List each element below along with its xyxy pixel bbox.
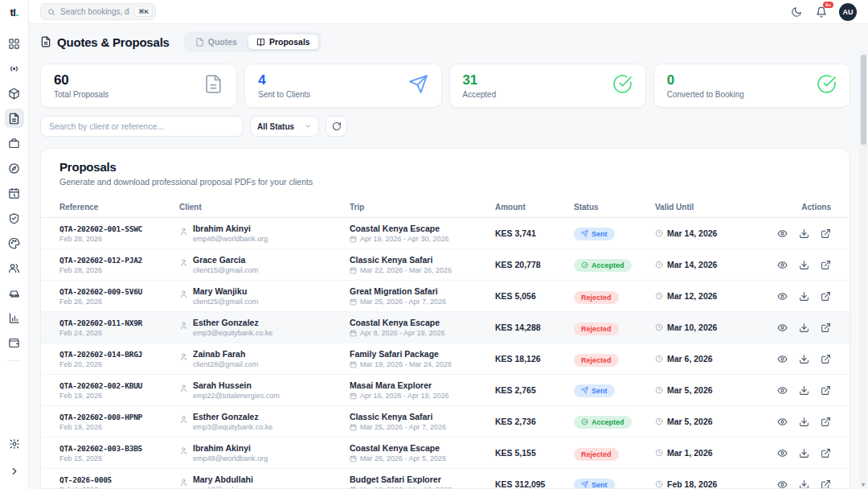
status-cell: Accepted	[574, 414, 655, 429]
view-button[interactable]	[776, 259, 788, 270]
settings-icon[interactable]	[5, 434, 24, 454]
view-button[interactable]	[776, 353, 788, 364]
view-button[interactable]	[776, 384, 788, 396]
client-email: client25@gmail.com	[193, 298, 258, 306]
actions-cell	[776, 353, 831, 364]
open-external-button[interactable]	[820, 447, 831, 458]
table-row[interactable]: QTA-202602-008-HPNP Feb 19, 2026 Esther …	[41, 406, 850, 438]
download-button[interactable]	[798, 259, 809, 270]
table-row[interactable]: QTA-202602-002-KBUU Feb 19, 2026 Sarah H…	[41, 375, 850, 406]
download-icon	[799, 354, 809, 364]
user-avatar[interactable]: AU	[839, 3, 857, 21]
scrollbar-thumb[interactable]	[861, 55, 866, 145]
view-button[interactable]	[776, 322, 788, 333]
download-button[interactable]	[798, 447, 809, 458]
view-button[interactable]	[776, 416, 788, 427]
table-row[interactable]: QTA-202602-003-B3B5 Feb 15, 2026 Ibrahim…	[41, 438, 850, 469]
open-external-button[interactable]	[820, 384, 831, 396]
tab-quotes[interactable]: Quotes	[186, 34, 246, 50]
view-button[interactable]	[776, 228, 788, 239]
sidebar-item-packages[interactable]	[5, 84, 24, 103]
clock-icon	[655, 292, 663, 300]
main-area: ⌘K 9+ AU Quotes & Proposals	[29, 0, 868, 489]
download-icon	[799, 260, 809, 270]
global-search[interactable]: ⌘K	[40, 3, 156, 20]
table-row[interactable]: QTA-202602-009-5V6U Feb 26, 2026 Mary Wa…	[41, 281, 850, 312]
client-email: emp48@worldbank.org	[193, 454, 268, 462]
download-button[interactable]	[798, 479, 809, 489]
view-button[interactable]	[776, 290, 788, 302]
download-button[interactable]	[798, 353, 809, 364]
client-name: Zainab Farah	[193, 349, 258, 359]
reference-cell: QTA-202602-012-PJA2 Feb 28, 2026	[59, 256, 179, 274]
view-button[interactable]	[776, 447, 788, 458]
reference-date: Feb 28, 2026	[59, 266, 179, 274]
reference-date: Feb 15, 2026	[59, 454, 179, 462]
expand-sidebar-icon[interactable]	[5, 462, 24, 481]
download-button[interactable]	[798, 384, 809, 396]
sidebar-nav	[5, 34, 24, 352]
status-cell: Rejected	[574, 446, 655, 461]
status-badge: Rejected	[574, 323, 619, 335]
tab-proposals[interactable]: Proposals	[248, 34, 319, 50]
open-external-button[interactable]	[820, 228, 831, 239]
column-header-actions: Actions	[776, 203, 831, 212]
trip-dates: Mar 25, 2026 - Apr 7, 2026	[360, 423, 446, 431]
sidebar-item-payments[interactable]	[5, 333, 24, 352]
sidebar-item-vehicles[interactable]	[5, 283, 24, 302]
vertical-scrollbar[interactable]: ▼	[859, 51, 867, 489]
check-circle-icon	[817, 74, 837, 97]
notifications-button[interactable]: 9+	[814, 5, 829, 19]
table-row[interactable]: QTA-202602-014-BRGJ Feb 20, 2026 Zainab …	[41, 343, 850, 375]
open-external-button[interactable]	[820, 259, 831, 270]
table-row[interactable]: QT-2026-0005 Feb 4, 2026 Mary Abdullahi …	[41, 469, 850, 489]
download-button[interactable]	[798, 416, 809, 427]
client-name: Sarah Hussein	[193, 380, 280, 390]
stat-label: Converted to Booking	[667, 90, 744, 99]
dark-mode-toggle[interactable]	[789, 5, 804, 19]
open-external-button[interactable]	[820, 416, 831, 427]
column-header-valid-until: Valid Until	[655, 203, 776, 212]
sidebar-item-customization[interactable]	[5, 233, 24, 253]
sidebar-item-quotes-proposals[interactable]	[5, 109, 24, 128]
download-icon	[799, 291, 809, 302]
clock-icon	[655, 323, 663, 331]
sidebar-item-luggage[interactable]	[5, 134, 24, 153]
panel-title: Proposals	[59, 160, 831, 174]
download-button[interactable]	[798, 322, 809, 333]
status-cell: Rejected	[574, 289, 655, 304]
sidebar-item-live[interactable]	[5, 59, 24, 78]
sidebar-item-reports[interactable]	[5, 308, 24, 327]
table-row[interactable]: QTA-202602-012-PJA2 Feb 28, 2026 Grace G…	[41, 249, 850, 281]
open-external-button[interactable]	[820, 479, 831, 489]
view-button[interactable]	[776, 479, 788, 489]
sidebar-item-insurance[interactable]	[5, 208, 24, 228]
reference-code: QTA-202602-002-KBUU	[59, 381, 179, 390]
sidebar-item-explore[interactable]	[5, 158, 24, 178]
download-button[interactable]	[798, 290, 809, 302]
open-external-button[interactable]	[820, 322, 831, 333]
global-search-input[interactable]	[60, 7, 129, 16]
client-cell: Esther Gonzalez emp3@equitybank.co.ke	[179, 318, 350, 337]
sidebar-item-clients[interactable]	[5, 258, 24, 277]
download-button[interactable]	[798, 228, 809, 239]
download-icon	[799, 323, 809, 333]
table-header: Reference Client Trip Amount Status Vali…	[41, 196, 850, 218]
table-row[interactable]: QTA-202602-011-NX9R Feb 24, 2026 Esther …	[41, 312, 850, 343]
refresh-button[interactable]	[326, 116, 347, 137]
client-email: emp3@equitybank.co.ke	[193, 329, 272, 337]
valid-until-date: Mar 5, 2026	[667, 385, 713, 395]
open-external-button[interactable]	[820, 353, 831, 364]
amount: KES 5,155	[495, 448, 574, 458]
table-row[interactable]: QTA-202602-001-SSWC Feb 28, 2026 Ibrahim…	[41, 218, 850, 249]
sidebar-item-dashboard[interactable]	[5, 34, 24, 53]
open-external-button[interactable]	[820, 290, 831, 302]
sidebar-item-schedule[interactable]	[5, 183, 24, 203]
table-search-input[interactable]	[40, 116, 244, 137]
status-filter-select[interactable]: All Status	[250, 116, 319, 137]
reference-cell: QTA-202602-002-KBUU Feb 19, 2026	[59, 381, 179, 400]
status-cell: Sent	[574, 383, 655, 397]
app-logo[interactable]: tl.	[10, 0, 18, 24]
scrollbar-down-arrow[interactable]: ▼	[859, 482, 867, 487]
client-email: client28@gmail.com	[193, 360, 258, 368]
